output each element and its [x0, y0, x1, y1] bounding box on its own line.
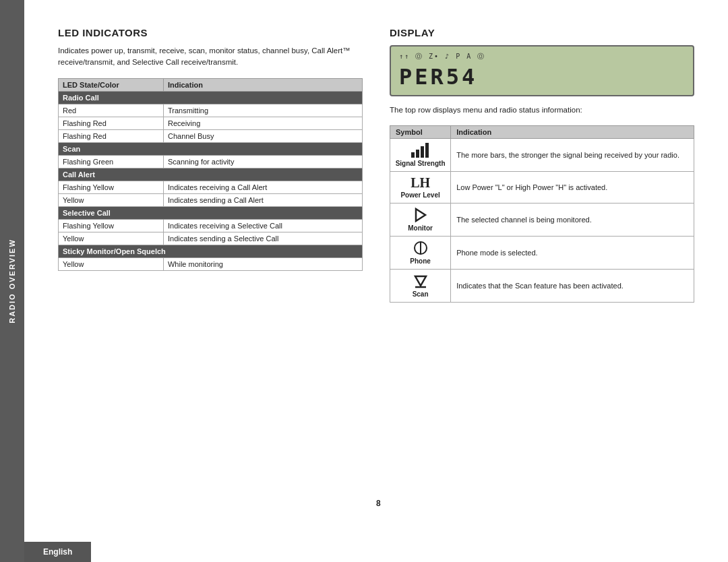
- scan-icon: [413, 274, 428, 288]
- led-state: Yellow: [59, 257, 164, 270]
- led-title: LED INDICATORS: [58, 27, 363, 38]
- symbol-label: Signal Strength: [394, 160, 446, 167]
- display-col1-header: Symbol: [390, 126, 451, 139]
- led-col1-header: LED State/Color: [59, 78, 164, 91]
- led-col2-header: Indication: [163, 78, 362, 91]
- led-group-header: Radio Call: [59, 91, 363, 104]
- display-indication: Low Power "L" or High Power "H" is activ…: [451, 172, 694, 204]
- table-row: Flashing YellowIndicates receiving a Sel…: [59, 219, 363, 232]
- table-row: Flashing RedChannel Busy: [59, 129, 363, 142]
- table-row: Flashing RedReceiving: [59, 117, 363, 129]
- display-col2-header: Indication: [451, 126, 694, 139]
- led-table: LED State/Color Indication Radio CallRed…: [58, 78, 363, 271]
- led-state: Flashing Red: [59, 117, 164, 129]
- page-number: 8: [376, 499, 381, 508]
- table-row: ScanIndicates that the Scan feature has …: [390, 270, 694, 303]
- main-content: LED INDICATORS Indicates power up, trans…: [24, 0, 728, 562]
- sidebar: RADIO OVERVIEW: [0, 0, 24, 562]
- led-state: Flashing Green: [59, 155, 164, 168]
- table-row: Flashing YellowIndicates receiving a Cal…: [59, 181, 363, 193]
- table-row: PhonePhone mode is selected.: [390, 237, 694, 270]
- display-title: DISPLAY: [390, 27, 694, 38]
- display-table: Symbol Indication Signal StrengthThe mor…: [390, 125, 694, 303]
- led-state: Yellow: [59, 193, 164, 206]
- led-state: Red: [59, 104, 164, 117]
- table-row: Flashing GreenScanning for activity: [59, 155, 363, 168]
- led-group-header: Scan: [59, 142, 363, 155]
- led-group-header: Sticky Monitor/Open Squelch: [59, 245, 363, 257]
- sidebar-label: RADIO OVERVIEW: [8, 239, 16, 323]
- display-symbol-cell: Signal Strength: [390, 139, 451, 172]
- svg-rect-3: [425, 143, 429, 158]
- led-state: Flashing Yellow: [59, 219, 164, 232]
- table-row: RedTransmitting: [59, 104, 363, 117]
- table-row: YellowIndicates sending a Selective Call: [59, 232, 363, 245]
- led-state: Yellow: [59, 232, 164, 245]
- led-indication: Channel Busy: [163, 129, 362, 142]
- display-indication: The more bars, the stronger the signal b…: [451, 139, 694, 172]
- led-indication: Transmitting: [163, 104, 362, 117]
- symbol-label: Monitor: [394, 224, 446, 232]
- display-top-row: ↑↑ Ⓞ Z• ♪ P A Ⓞ: [399, 52, 685, 61]
- display-symbol-cell: Monitor: [390, 204, 451, 237]
- display-symbol-cell: Phone: [390, 237, 451, 270]
- svg-marker-4: [416, 209, 425, 221]
- display-screen: ↑↑ Ⓞ Z• ♪ P A Ⓞ PER54: [390, 45, 694, 96]
- display-indication: The selected channel is being monitored.: [451, 204, 694, 237]
- led-indication: While monitoring: [163, 257, 362, 270]
- display-symbol-cell: LH Power Level: [390, 172, 451, 204]
- table-row: Signal StrengthThe more bars, the strong…: [390, 139, 694, 172]
- svg-rect-0: [411, 152, 415, 158]
- table-row: YellowWhile monitoring: [59, 257, 363, 270]
- led-state: Flashing Red: [59, 129, 164, 142]
- svg-rect-1: [416, 150, 419, 158]
- led-state: Flashing Yellow: [59, 181, 164, 193]
- symbol-label: Power Level: [394, 191, 446, 199]
- led-group-header: Call Alert: [59, 168, 363, 181]
- two-column-layout: LED INDICATORS Indicates power up, trans…: [58, 27, 694, 303]
- led-indication: Receiving: [163, 117, 362, 129]
- led-indication: Indicates sending a Call Alert: [163, 193, 362, 206]
- table-row: YellowIndicates sending a Call Alert: [59, 193, 363, 206]
- display-section: DISPLAY ↑↑ Ⓞ Z• ♪ P A Ⓞ PER54 The top ro…: [390, 27, 694, 303]
- led-indication: Scanning for activity: [163, 155, 362, 168]
- led-indication: Indicates receiving a Selective Call: [163, 219, 362, 232]
- led-group-header: Selective Call: [59, 206, 363, 219]
- symbol-label: Scan: [394, 290, 446, 298]
- table-row: MonitorThe selected channel is being mon…: [390, 204, 694, 237]
- led-intro: Indicates power up, transmit, receive, s…: [58, 45, 363, 69]
- english-tab-label: English: [43, 547, 72, 557]
- power-icon: LH: [411, 176, 430, 189]
- display-description: The top row displays menu and radio stat…: [390, 104, 694, 116]
- led-section: LED INDICATORS Indicates power up, trans…: [58, 27, 363, 271]
- table-row: LH Power LevelLow Power "L" or High Powe…: [390, 172, 694, 204]
- symbol-label: Phone: [394, 257, 446, 265]
- display-indication: Indicates that the Scan feature has been…: [451, 270, 694, 303]
- display-main-text: PER54: [399, 64, 685, 90]
- signal-icon: [411, 143, 430, 158]
- english-tab[interactable]: English: [24, 542, 91, 562]
- led-indication: Indicates receiving a Call Alert: [163, 181, 362, 193]
- monitor-icon: [413, 208, 428, 222]
- display-symbol-cell: Scan: [390, 270, 451, 303]
- led-indication: Indicates sending a Selective Call: [163, 232, 362, 245]
- phone-icon: [413, 241, 428, 255]
- display-indication: Phone mode is selected.: [451, 237, 694, 270]
- svg-rect-2: [421, 146, 424, 158]
